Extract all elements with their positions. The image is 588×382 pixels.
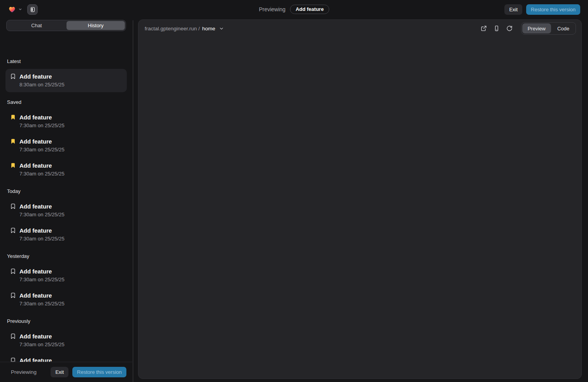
sidebar-scrollbar[interactable] [133, 20, 133, 382]
history-item-title: Add feature [19, 73, 65, 81]
history-section-header: Previously [7, 318, 125, 324]
history-item-title: Add feature [19, 203, 65, 210]
preview-panel-header: fractal.gptengineer.run / home [138, 20, 581, 37]
bookmark-icon [10, 74, 16, 79]
footer-previewing-label: Previewing [11, 369, 37, 375]
history-section-header: Today [7, 188, 125, 194]
bookmark-icon [10, 228, 16, 233]
history-item-title: Add feature [19, 333, 65, 340]
history-item-time: 7:30am on 25/25/25 [19, 235, 65, 242]
url-prefix: fractal.gptengineer.run / [145, 26, 200, 32]
history-item-title: Add feature [19, 292, 65, 300]
history-item-meta: Add feature7:30am on 25/25/25 [19, 227, 65, 242]
tab-preview[interactable]: Preview [522, 23, 551, 33]
history-item[interactable]: Add feature7:30am on 25/25/25 [5, 158, 127, 181]
history-item-meta: Add feature7:30am on 25/25/25 [19, 292, 65, 307]
view-mode-switcher: Preview Code [521, 22, 576, 35]
chevron-down-icon [219, 26, 224, 31]
bookmark-icon [10, 138, 16, 144]
history-item-title: Add feature [19, 357, 65, 362]
refresh-button[interactable] [506, 25, 513, 32]
panel-left-icon [30, 7, 35, 12]
history-item-time: 7:30am on 25/25/25 [19, 211, 65, 218]
history-item-title: Add feature [19, 227, 65, 235]
history-item-title: Add feature [19, 138, 65, 145]
external-link-icon [481, 25, 487, 32]
history-item[interactable]: Add feature7:30am on 25/25/25 [5, 353, 127, 362]
bookmark-icon [10, 203, 16, 209]
bookmark-icon [10, 163, 16, 168]
history-item[interactable]: Add feature7:30am on 25/25/25 [5, 264, 127, 287]
app-logo-menu[interactable] [8, 5, 22, 13]
bookmark-icon [10, 268, 16, 274]
history-item-time: 8:30am on 25/25/25 [19, 81, 65, 88]
url-current-page: home [202, 26, 215, 32]
history-item-title: Add feature [19, 268, 65, 275]
refresh-icon [506, 25, 513, 32]
chevron-down-icon [18, 7, 22, 11]
tab-chat[interactable]: Chat [7, 21, 66, 30]
history-item-time: 7:30am on 25/25/25 [19, 146, 65, 153]
tab-history[interactable]: History [66, 21, 125, 30]
version-badge: Add feature [290, 5, 329, 14]
preview-panel: fractal.gptengineer.run / home [138, 19, 582, 379]
sidebar-toggle-button[interactable] [27, 4, 38, 15]
history-item-time: 7:30am on 25/25/25 [19, 276, 65, 283]
history-item[interactable]: Add feature7:30am on 25/25/25 [5, 199, 127, 222]
history-item-meta: Add feature7:30am on 25/25/25 [19, 333, 65, 348]
mobile-preview-button[interactable] [494, 25, 500, 32]
history-item-title: Add feature [19, 114, 65, 121]
history-item[interactable]: Add feature7:30am on 25/25/25 [5, 329, 127, 352]
history-item-time: 7:30am on 25/25/25 [19, 170, 65, 177]
footer-exit-button[interactable]: Exit [51, 367, 68, 377]
history-item-meta: Add feature8:30am on 25/25/25 [19, 73, 65, 88]
previewing-label: Previewing [259, 6, 285, 12]
heart-icon [8, 5, 16, 13]
bookmark-icon [10, 357, 16, 362]
history-item-meta: Add feature7:30am on 25/25/25 [19, 203, 65, 218]
history-item-time: 7:30am on 25/25/25 [19, 300, 65, 307]
history-item-title: Add feature [19, 162, 65, 170]
history-section-header: Latest [7, 58, 125, 64]
bookmark-icon [10, 293, 16, 298]
history-item-time: 7:30am on 25/25/25 [19, 122, 65, 129]
history-item-meta: Add feature7:30am on 25/25/25 [19, 162, 65, 177]
history-item[interactable]: Add feature8:30am on 25/25/25 [5, 69, 127, 92]
sidebar-tab-switcher: Chat History [6, 20, 126, 31]
tab-code[interactable]: Code [552, 23, 575, 33]
bookmark-icon [10, 114, 16, 120]
footer-restore-button[interactable]: Restore this version [72, 367, 126, 377]
history-list: LatestAdd feature8:30am on 25/25/25Saved… [0, 51, 132, 362]
history-item-time: 7:30am on 25/25/25 [19, 341, 65, 348]
history-section-header: Saved [7, 99, 125, 105]
bookmark-icon [10, 333, 16, 339]
open-external-button[interactable] [481, 25, 487, 32]
smartphone-icon [494, 25, 500, 32]
history-item-meta: Add feature7:30am on 25/25/25 [19, 138, 65, 153]
exit-button[interactable]: Exit [504, 4, 522, 15]
preview-viewport [138, 37, 581, 378]
history-item[interactable]: Add feature7:30am on 25/25/25 [5, 288, 127, 311]
sidebar-footer: Previewing Exit Restore this version [0, 362, 132, 382]
history-item-meta: Add feature7:30am on 25/25/25 [19, 268, 65, 283]
history-section-header: Yesterday [7, 253, 125, 259]
history-item[interactable]: Add feature7:30am on 25/25/25 [5, 223, 127, 246]
url-breadcrumb[interactable]: fractal.gptengineer.run / home [145, 26, 224, 32]
history-item-meta: Add feature7:30am on 25/25/25 [19, 357, 65, 362]
topbar: Previewing Add feature Exit Restore this… [0, 0, 588, 19]
restore-version-button[interactable]: Restore this version [526, 4, 580, 15]
history-item[interactable]: Add feature7:30am on 25/25/25 [5, 134, 127, 157]
history-item[interactable]: Add feature7:30am on 25/25/25 [5, 110, 127, 133]
history-item-meta: Add feature7:30am on 25/25/25 [19, 114, 65, 129]
history-sidebar: Chat History LatestAdd feature8:30am on … [0, 19, 132, 382]
